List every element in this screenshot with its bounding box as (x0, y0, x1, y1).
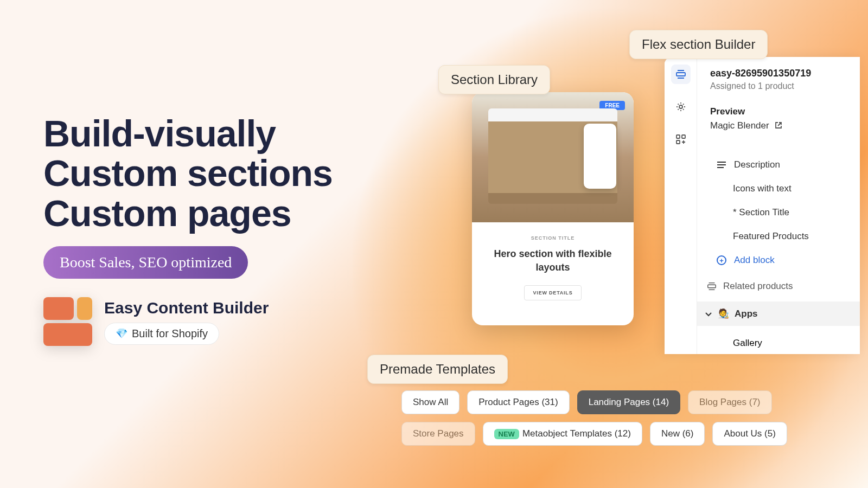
apps-grid-icon[interactable] (671, 130, 691, 149)
grid-icon (717, 232, 725, 241)
apps-section-toggle[interactable]: 🧑‍🎨 Apps (697, 301, 860, 326)
new-badge: NEW (494, 429, 519, 439)
app-logo-icon (43, 297, 92, 346)
grid-icon (717, 339, 725, 348)
external-link-icon (775, 121, 782, 131)
filter-row: Show AllProduct Pages (31)Landing Pages … (401, 390, 792, 446)
grid-icon (717, 184, 725, 193)
block-description[interactable]: Description (717, 159, 850, 170)
app-title: Easy Content Builder (104, 299, 269, 317)
filter-blog-pages[interactable]: Blog Pages (7) (688, 390, 771, 414)
preview-product-link[interactable]: Magic Blender (710, 120, 850, 131)
builder-assigned-text: Assigned to 1 product (710, 81, 850, 91)
flex-builder-panel: easy-82695901350719 Assigned to 1 produc… (665, 57, 860, 354)
gem-icon: 💎 (116, 328, 127, 339)
filter-landing-pages[interactable]: Landing Pages (14) (577, 390, 680, 414)
block-section-title[interactable]: * Section Title (717, 207, 850, 218)
svg-rect-10 (708, 285, 716, 287)
block-list: Description Icons with text * Section Ti… (710, 159, 850, 266)
block-gallery[interactable]: Gallery (710, 338, 850, 349)
premade-templates-label: Premade Templates (367, 355, 508, 384)
svg-rect-6 (676, 140, 680, 144)
headline-line-2: Custom sections (43, 153, 333, 193)
svg-rect-0 (676, 73, 685, 76)
block-featured-products[interactable]: Featured Products (717, 231, 850, 242)
filter-metaobject-templates[interactable]: NEWMetaobject Templates (12) (483, 422, 642, 446)
filter-store-pages[interactable]: Store Pages (401, 422, 475, 446)
boost-pill: Boost Sales, SEO optimized (43, 246, 248, 279)
filter-about-us[interactable]: About Us (5) (712, 422, 787, 446)
chevron-down-icon (705, 310, 712, 318)
section-subtitle: SECTION TITLE (531, 235, 575, 241)
badge-text: Built for Shopify (132, 328, 208, 340)
preview-label: Preview (710, 106, 850, 117)
builder-template-id: easy-82695901350719 (710, 68, 850, 79)
preview-product-name: Magic Blender (710, 120, 769, 131)
plus-circle-icon: + (717, 255, 726, 265)
builder-rail (665, 57, 697, 354)
app-emoji-icon: 🧑‍🎨 (718, 308, 729, 319)
svg-rect-4 (676, 135, 680, 138)
sections-icon[interactable] (671, 65, 691, 84)
section-card-preview: FREE (472, 92, 634, 222)
related-products-item[interactable]: Related products (699, 281, 850, 292)
filter-show-all[interactable]: Show All (401, 390, 459, 414)
filter-new[interactable]: New (6) (650, 422, 705, 446)
svg-rect-5 (682, 135, 685, 138)
main-headline: Build-visually Custom sections Custom pa… (43, 114, 333, 233)
headline-line-3: Custom pages (43, 194, 333, 233)
section-title: Hero section with flexible layouts (483, 247, 623, 274)
block-icons-with-text[interactable]: Icons with text (717, 183, 850, 194)
built-for-shopify-badge: 💎 Built for Shopify (104, 323, 219, 345)
svg-point-3 (679, 105, 682, 108)
section-library-label: Section Library (438, 65, 550, 94)
view-details-button[interactable]: VIEW DETAILS (524, 285, 582, 300)
flex-builder-label: Flex section Builder (629, 30, 768, 59)
filter-product-pages[interactable]: Product Pages (31) (467, 390, 569, 414)
gear-icon[interactable] (671, 97, 691, 117)
grid-icon (717, 208, 725, 217)
section-library-card[interactable]: FREE SECTION TITLE Hero section with fle… (472, 92, 634, 325)
add-block-button[interactable]: + Add block (717, 255, 850, 266)
lines-icon (717, 160, 726, 170)
headline-line-1: Build-visually (43, 114, 333, 153)
